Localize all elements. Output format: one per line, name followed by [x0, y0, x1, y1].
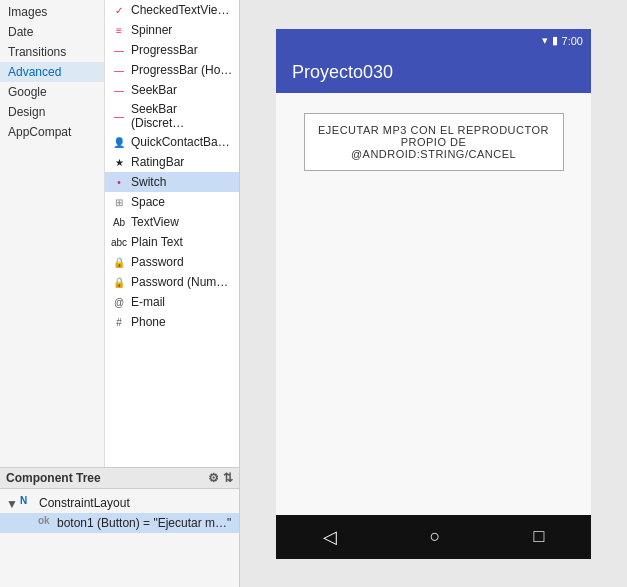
widget-item-password[interactable]: 🔒Password — [105, 252, 239, 272]
nav-back-button[interactable]: ◁ — [323, 526, 337, 548]
widget-item-email[interactable]: @E-mail — [105, 292, 239, 312]
widget-item-seekbar[interactable]: —SeekBar — [105, 80, 239, 100]
status-time: 7:00 — [562, 35, 583, 47]
wifi-icon: ▾ — [542, 34, 548, 47]
widget-icon-seekbar-d: — — [111, 108, 127, 124]
widget-item-phone[interactable]: #Phone — [105, 312, 239, 332]
tree-expand-constraint-layout[interactable]: ▼ — [6, 497, 18, 509]
widget-label-space: Space — [131, 195, 165, 209]
tree-node-icon-constraint-layout: N — [20, 495, 36, 511]
widget-item-password-num[interactable]: 🔒Password (Num… — [105, 272, 239, 292]
widget-label-phone: Phone — [131, 315, 166, 329]
phone-title-bar: Proyecto030 — [276, 53, 591, 93]
tree-header: Component Tree ⚙ ⇅ — [0, 468, 239, 489]
widget-label-progressbar: ProgressBar — [131, 43, 198, 57]
category-item-advanced[interactable]: Advanced — [0, 62, 104, 82]
widget-label-ratingbar: RatingBar — [131, 155, 184, 169]
widget-item-textview[interactable]: AbTextView — [105, 212, 239, 232]
widget-item-checkedtextview[interactable]: ✓CheckedTextVie… — [105, 0, 239, 20]
widget-icon-ratingbar: ★ — [111, 154, 127, 170]
widget-label-email: E-mail — [131, 295, 165, 309]
widget-item-progressbar-h[interactable]: —ProgressBar (Ho… — [105, 60, 239, 80]
widget-icon-email: @ — [111, 294, 127, 310]
widget-label-switch: Switch — [131, 175, 166, 189]
widget-item-progressbar[interactable]: —ProgressBar — [105, 40, 239, 60]
nav-home-button[interactable]: ○ — [430, 526, 441, 547]
widget-icon-password: 🔒 — [111, 254, 127, 270]
tree-sort-icon[interactable]: ⇅ — [223, 471, 233, 485]
widget-label-plaintext: Plain Text — [131, 235, 183, 249]
widget-icon-password-num: 🔒 — [111, 274, 127, 290]
widget-label-quickcontactba: QuickContactBa… — [131, 135, 230, 149]
widget-section: ImagesDateTransitionsAdvancedGoogleDesig… — [0, 0, 239, 467]
widget-icon-progressbar: — — [111, 42, 127, 58]
left-panel: ImagesDateTransitionsAdvancedGoogleDesig… — [0, 0, 240, 587]
widget-label-spinner: Spinner — [131, 23, 172, 37]
category-item-date[interactable]: Date — [0, 22, 104, 42]
phone-content: EJECUTAR MP3 CON EL REPRODUCTOR PROPIO D… — [276, 93, 591, 515]
widget-icon-seekbar: — — [111, 82, 127, 98]
component-tree: Component Tree ⚙ ⇅ ▼NConstraintLayoutokb… — [0, 467, 239, 587]
widget-label-seekbar-d: SeekBar (Discret… — [131, 102, 233, 130]
tree-row-constraint-layout[interactable]: ▼NConstraintLayout — [0, 493, 239, 513]
battery-icon: ▮ — [552, 34, 558, 47]
status-icons: ▾ ▮ 7:00 — [542, 34, 583, 47]
widget-label-textview: TextView — [131, 215, 179, 229]
category-item-appcompat[interactable]: AppCompat — [0, 122, 104, 142]
tree-header-icons: ⚙ ⇅ — [208, 471, 233, 485]
tree-title: Component Tree — [6, 471, 101, 485]
widget-item-switch[interactable]: •Switch — [105, 172, 239, 192]
category-item-transitions[interactable]: Transitions — [0, 42, 104, 62]
widget-label-password: Password — [131, 255, 184, 269]
widget-item-quickcontactba[interactable]: 👤QuickContactBa… — [105, 132, 239, 152]
category-list: ImagesDateTransitionsAdvancedGoogleDesig… — [0, 0, 105, 467]
tree-settings-icon[interactable]: ⚙ — [208, 471, 219, 485]
widget-icon-space: ⊞ — [111, 194, 127, 210]
widget-icon-phone: # — [111, 314, 127, 330]
widget-item-seekbar-d[interactable]: —SeekBar (Discret… — [105, 100, 239, 132]
widget-icon-progressbar-h: — — [111, 62, 127, 78]
widget-icon-textview: Ab — [111, 214, 127, 230]
widget-label-checkedtextview: CheckedTextVie… — [131, 3, 230, 17]
widget-item-ratingbar[interactable]: ★RatingBar — [105, 152, 239, 172]
widget-icon-plaintext: abc — [111, 234, 127, 250]
widget-item-spinner[interactable]: ≡Spinner — [105, 20, 239, 40]
tree-content: ▼NConstraintLayoutokboton1 (Button) = "E… — [0, 489, 239, 537]
phone-app-title: Proyecto030 — [292, 62, 393, 83]
phone-frame: ▾ ▮ 7:00 Proyecto030 EJECUTAR MP3 CON EL… — [276, 29, 591, 559]
widget-icon-spinner: ≡ — [111, 22, 127, 38]
widget-icon-checkedtextview: ✓ — [111, 2, 127, 18]
widget-item-space[interactable]: ⊞Space — [105, 192, 239, 212]
nav-recents-button[interactable]: □ — [534, 526, 545, 547]
widget-label-password-num: Password (Num… — [131, 275, 228, 289]
phone-nav-bar: ◁ ○ □ — [276, 515, 591, 559]
tree-node-label-boton1: boton1 (Button) = "Ejecutar m…" — [57, 516, 231, 530]
widget-icon-quickcontactba: 👤 — [111, 134, 127, 150]
category-item-design[interactable]: Design — [0, 102, 104, 122]
widget-label-progressbar-h: ProgressBar (Ho… — [131, 63, 232, 77]
phone-status-bar: ▾ ▮ 7:00 — [276, 29, 591, 53]
tree-node-label-constraint-layout: ConstraintLayout — [39, 496, 130, 510]
widget-item-plaintext[interactable]: abcPlain Text — [105, 232, 239, 252]
main-container: ImagesDateTransitionsAdvancedGoogleDesig… — [0, 0, 627, 587]
right-panel: ▾ ▮ 7:00 Proyecto030 EJECUTAR MP3 CON EL… — [240, 0, 627, 587]
widget-icon-switch: • — [111, 174, 127, 190]
tree-node-icon-boton1: ok — [38, 515, 54, 531]
tree-row-boton1[interactable]: okboton1 (Button) = "Ejecutar m…" — [0, 513, 239, 533]
widget-label-seekbar: SeekBar — [131, 83, 177, 97]
widget-list: ✓CheckedTextVie…≡Spinner—ProgressBar—Pro… — [105, 0, 239, 467]
category-item-images[interactable]: Images — [0, 2, 104, 22]
phone-main-button[interactable]: EJECUTAR MP3 CON EL REPRODUCTOR PROPIO D… — [304, 113, 564, 171]
category-item-google[interactable]: Google — [0, 82, 104, 102]
